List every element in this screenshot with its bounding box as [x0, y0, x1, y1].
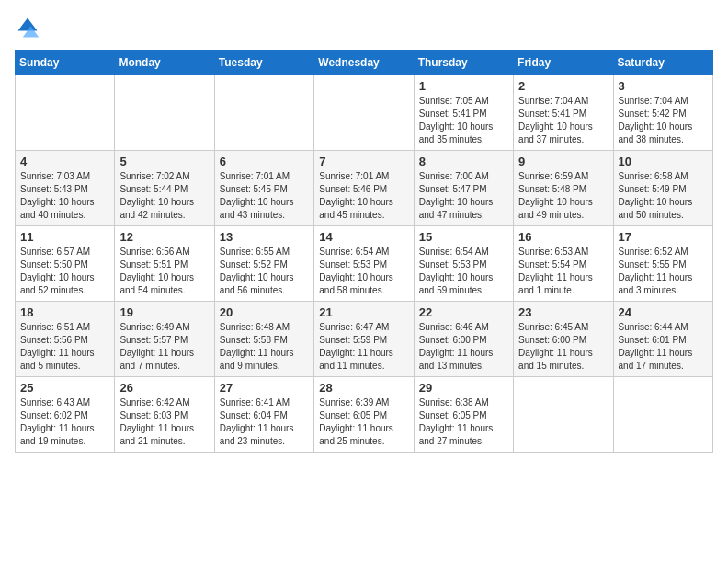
day-info: Sunrise: 7:01 AM Sunset: 5:46 PM Dayligh… [319, 170, 408, 222]
day-info: Sunrise: 7:05 AM Sunset: 5:41 PM Dayligh… [419, 95, 508, 146]
calendar-cell: 8Sunrise: 7:00 AM Sunset: 5:47 PM Daylig… [414, 151, 513, 226]
calendar-cell: 4Sunrise: 7:03 AM Sunset: 5:43 PM Daylig… [16, 151, 115, 226]
day-number: 11 [20, 230, 109, 244]
calendar-cell [514, 377, 613, 453]
calendar-cell: 26Sunrise: 6:42 AM Sunset: 6:03 PM Dayli… [115, 377, 214, 453]
calendar-cell: 21Sunrise: 6:47 AM Sunset: 5:59 PM Dayli… [314, 302, 414, 377]
calendar-cell: 27Sunrise: 6:41 AM Sunset: 6:04 PM Dayli… [214, 377, 313, 453]
day-info: Sunrise: 6:56 AM Sunset: 5:51 PM Dayligh… [119, 246, 209, 297]
day-number: 20 [220, 305, 309, 319]
day-number: 2 [518, 79, 608, 93]
day-header-thursday: Thursday [414, 51, 513, 75]
day-number: 3 [619, 79, 708, 93]
day-header-monday: Monday [115, 51, 214, 75]
week-row: 25Sunrise: 6:43 AM Sunset: 6:02 PM Dayli… [16, 377, 713, 453]
day-info: Sunrise: 6:45 AM Sunset: 6:00 PM Dayligh… [518, 321, 608, 373]
day-number: 29 [419, 381, 508, 395]
header-row: SundayMondayTuesdayWednesdayThursdayFrid… [16, 51, 713, 75]
day-number: 7 [319, 155, 408, 168]
day-info: Sunrise: 7:02 AM Sunset: 5:44 PM Dayligh… [119, 170, 209, 222]
day-number: 26 [119, 381, 209, 395]
day-info: Sunrise: 6:47 AM Sunset: 5:59 PM Dayligh… [319, 321, 408, 373]
svg-marker-0 [18, 18, 38, 31]
day-number: 4 [20, 155, 109, 168]
calendar-cell: 24Sunrise: 6:44 AM Sunset: 6:01 PM Dayli… [613, 302, 712, 377]
calendar-cell: 3Sunrise: 7:04 AM Sunset: 5:42 PM Daylig… [613, 75, 712, 151]
day-info: Sunrise: 6:53 AM Sunset: 5:54 PM Dayligh… [518, 246, 608, 297]
day-header-sunday: Sunday [16, 51, 115, 75]
week-row: 11Sunrise: 6:57 AM Sunset: 5:50 PM Dayli… [16, 226, 713, 302]
calendar-cell [115, 75, 214, 151]
calendar-cell: 16Sunrise: 6:53 AM Sunset: 5:54 PM Dayli… [514, 226, 613, 302]
calendar-cell: 28Sunrise: 6:39 AM Sunset: 6:05 PM Dayli… [314, 377, 414, 453]
day-number: 14 [319, 230, 408, 244]
day-info: Sunrise: 6:43 AM Sunset: 6:02 PM Dayligh… [20, 396, 109, 448]
day-info: Sunrise: 6:57 AM Sunset: 5:50 PM Dayligh… [20, 246, 109, 297]
logo [15, 15, 44, 40]
calendar-cell: 25Sunrise: 6:43 AM Sunset: 6:02 PM Dayli… [16, 377, 115, 453]
day-number: 8 [419, 155, 508, 168]
day-info: Sunrise: 6:54 AM Sunset: 5:53 PM Dayligh… [319, 246, 408, 297]
calendar-cell: 13Sunrise: 6:55 AM Sunset: 5:52 PM Dayli… [214, 226, 313, 302]
day-number: 24 [619, 305, 708, 319]
week-row: 18Sunrise: 6:51 AM Sunset: 5:56 PM Dayli… [16, 302, 713, 377]
day-number: 5 [119, 155, 209, 168]
day-header-wednesday: Wednesday [314, 51, 414, 75]
day-number: 23 [518, 305, 608, 319]
day-info: Sunrise: 6:54 AM Sunset: 5:53 PM Dayligh… [419, 246, 508, 297]
day-info: Sunrise: 6:41 AM Sunset: 6:04 PM Dayligh… [220, 396, 309, 448]
day-number: 16 [518, 230, 608, 244]
calendar-cell [314, 75, 414, 151]
day-number: 17 [619, 230, 708, 244]
calendar-cell: 15Sunrise: 6:54 AM Sunset: 5:53 PM Dayli… [414, 226, 513, 302]
calendar-cell: 17Sunrise: 6:52 AM Sunset: 5:55 PM Dayli… [613, 226, 712, 302]
calendar-cell: 7Sunrise: 7:01 AM Sunset: 5:46 PM Daylig… [314, 151, 414, 226]
week-row: 4Sunrise: 7:03 AM Sunset: 5:43 PM Daylig… [16, 151, 713, 226]
day-header-saturday: Saturday [613, 51, 712, 75]
day-info: Sunrise: 7:03 AM Sunset: 5:43 PM Dayligh… [20, 170, 109, 222]
day-info: Sunrise: 6:39 AM Sunset: 6:05 PM Dayligh… [319, 396, 408, 448]
day-info: Sunrise: 6:46 AM Sunset: 6:00 PM Dayligh… [419, 321, 508, 373]
calendar-cell: 23Sunrise: 6:45 AM Sunset: 6:00 PM Dayli… [514, 302, 613, 377]
day-number: 9 [518, 155, 608, 168]
day-number: 10 [619, 155, 708, 168]
calendar-cell: 29Sunrise: 6:38 AM Sunset: 6:05 PM Dayli… [414, 377, 513, 453]
calendar-cell: 22Sunrise: 6:46 AM Sunset: 6:00 PM Dayli… [414, 302, 513, 377]
day-number: 13 [220, 230, 309, 244]
calendar-cell: 1Sunrise: 7:05 AM Sunset: 5:41 PM Daylig… [414, 75, 513, 151]
day-header-friday: Friday [514, 51, 613, 75]
day-info: Sunrise: 7:00 AM Sunset: 5:47 PM Dayligh… [419, 170, 508, 222]
day-info: Sunrise: 7:04 AM Sunset: 5:41 PM Dayligh… [518, 95, 608, 146]
logo-icon [15, 15, 40, 40]
day-info: Sunrise: 7:01 AM Sunset: 5:45 PM Dayligh… [220, 170, 309, 222]
calendar-cell: 12Sunrise: 6:56 AM Sunset: 5:51 PM Dayli… [115, 226, 214, 302]
day-number: 1 [419, 79, 508, 93]
day-number: 21 [319, 305, 408, 319]
calendar-cell: 11Sunrise: 6:57 AM Sunset: 5:50 PM Dayli… [16, 226, 115, 302]
day-info: Sunrise: 6:58 AM Sunset: 5:49 PM Dayligh… [619, 170, 708, 222]
calendar-cell [16, 75, 115, 151]
day-info: Sunrise: 6:44 AM Sunset: 6:01 PM Dayligh… [619, 321, 708, 373]
day-info: Sunrise: 6:51 AM Sunset: 5:56 PM Dayligh… [20, 321, 109, 373]
calendar-table: SundayMondayTuesdayWednesdayThursdayFrid… [15, 50, 713, 453]
calendar-cell [214, 75, 313, 151]
day-info: Sunrise: 6:49 AM Sunset: 5:57 PM Dayligh… [119, 321, 209, 373]
day-number: 15 [419, 230, 508, 244]
day-info: Sunrise: 6:59 AM Sunset: 5:48 PM Dayligh… [518, 170, 608, 222]
day-info: Sunrise: 7:04 AM Sunset: 5:42 PM Dayligh… [619, 95, 708, 146]
day-info: Sunrise: 6:52 AM Sunset: 5:55 PM Dayligh… [619, 246, 708, 297]
day-header-tuesday: Tuesday [214, 51, 313, 75]
day-info: Sunrise: 6:48 AM Sunset: 5:58 PM Dayligh… [220, 321, 309, 373]
calendar-cell: 5Sunrise: 7:02 AM Sunset: 5:44 PM Daylig… [115, 151, 214, 226]
day-info: Sunrise: 6:42 AM Sunset: 6:03 PM Dayligh… [119, 396, 209, 448]
calendar-cell: 2Sunrise: 7:04 AM Sunset: 5:41 PM Daylig… [514, 75, 613, 151]
calendar-cell: 20Sunrise: 6:48 AM Sunset: 5:58 PM Dayli… [214, 302, 313, 377]
day-number: 28 [319, 381, 408, 395]
week-row: 1Sunrise: 7:05 AM Sunset: 5:41 PM Daylig… [16, 75, 713, 151]
calendar-cell: 9Sunrise: 6:59 AM Sunset: 5:48 PM Daylig… [514, 151, 613, 226]
day-number: 18 [20, 305, 109, 319]
day-info: Sunrise: 6:38 AM Sunset: 6:05 PM Dayligh… [419, 396, 508, 448]
day-number: 19 [119, 305, 209, 319]
calendar-cell: 6Sunrise: 7:01 AM Sunset: 5:45 PM Daylig… [214, 151, 313, 226]
day-number: 27 [220, 381, 309, 395]
